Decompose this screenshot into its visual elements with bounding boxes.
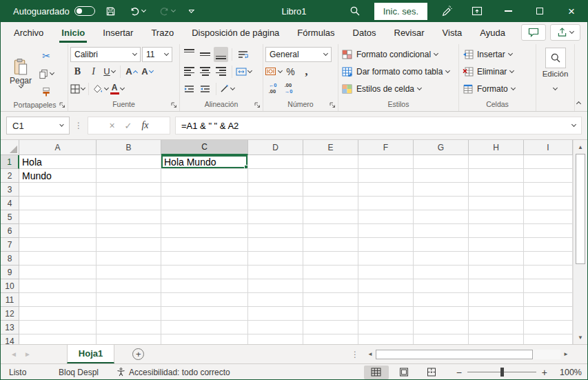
cell-b7[interactable]	[97, 238, 161, 252]
ribbon-tab-archivo[interactable]: Archivo	[5, 22, 52, 43]
horizontal-scrollbar[interactable]: ◄ ►	[365, 348, 571, 361]
cell-h4[interactable]	[469, 197, 524, 210]
cell-a1[interactable]: Hola	[19, 155, 97, 169]
cell-g9[interactable]	[414, 266, 469, 279]
column-header-h[interactable]: H	[469, 140, 524, 155]
align-bottom-button[interactable]	[214, 47, 228, 62]
scroll-up-icon[interactable]: ▲	[574, 140, 587, 154]
column-header-e[interactable]: E	[303, 140, 358, 155]
cell-f13[interactable]	[358, 321, 414, 334]
underline-button[interactable]: U	[102, 64, 116, 79]
cell-c8[interactable]	[161, 252, 248, 266]
row-header-14[interactable]: 14	[1, 334, 19, 344]
cell-d1[interactable]	[248, 155, 303, 169]
save-button[interactable]	[102, 4, 119, 19]
sheetbar-drag-dots-icon[interactable]: ⋮	[351, 350, 359, 359]
cell-a7[interactable]	[19, 238, 97, 252]
column-header-i[interactable]: I	[524, 140, 573, 155]
column-header-d[interactable]: D	[248, 140, 303, 155]
enter-button[interactable]: ✓	[125, 121, 132, 131]
ribbon-tab-ayuda[interactable]: Ayuda	[471, 22, 514, 43]
cell-i11[interactable]	[524, 293, 573, 307]
font-color-button[interactable]: A	[110, 81, 124, 97]
format-as-table-button[interactable]: Dar formato como tabla	[341, 63, 456, 80]
cell-g3[interactable]	[414, 183, 469, 197]
row-header-2[interactable]: 2	[1, 169, 19, 183]
cell-b14[interactable]	[97, 334, 161, 344]
view-page-break-button[interactable]	[419, 366, 444, 379]
row-header-8[interactable]: 8	[1, 252, 19, 266]
cell-i2[interactable]	[524, 169, 573, 183]
cell-e12[interactable]	[303, 307, 358, 321]
cell-d13[interactable]	[248, 321, 303, 334]
clipboard-dialog-launcher[interactable]	[59, 102, 66, 109]
cell-b4[interactable]	[97, 197, 161, 210]
cell-g5[interactable]	[414, 210, 469, 224]
cell-c7[interactable]	[161, 238, 248, 252]
minimize-button[interactable]	[492, 0, 524, 22]
cell-i3[interactable]	[524, 183, 573, 197]
cell-a6[interactable]	[19, 224, 97, 238]
insert-function-button[interactable]: fx	[141, 120, 148, 131]
cell-styles-button[interactable]: Estilos de celda	[341, 80, 456, 97]
cell-c5[interactable]	[161, 210, 248, 224]
bold-button[interactable]: B	[70, 64, 85, 79]
cell-a12[interactable]	[19, 307, 97, 321]
cell-c14[interactable]	[161, 334, 248, 344]
row-header-9[interactable]: 9	[1, 266, 19, 279]
next-sheet-icon[interactable]: ►	[24, 350, 31, 358]
signin-button[interactable]: Inic. ses.	[374, 3, 427, 20]
expand-formula-bar-icon[interactable]	[571, 122, 576, 127]
cell-f2[interactable]	[358, 169, 414, 183]
borders-button[interactable]	[70, 81, 85, 97]
zoom-slider-thumb[interactable]	[500, 368, 504, 377]
percent-style-button[interactable]: %	[283, 64, 298, 79]
ribbon-tab-insertar[interactable]: Insertar	[94, 22, 142, 43]
fill-handle[interactable]	[244, 165, 248, 169]
number-dialog-launcher[interactable]	[330, 102, 336, 109]
row-header-4[interactable]: 4	[1, 197, 19, 210]
cell-c2[interactable]	[161, 169, 248, 183]
cell-g14[interactable]	[414, 334, 469, 344]
vertical-scrollbar[interactable]: ▲ ▼	[573, 140, 587, 344]
row-header-12[interactable]: 12	[1, 307, 19, 321]
cell-e14[interactable]	[303, 334, 358, 344]
cell-e3[interactable]	[303, 183, 358, 197]
cell-b9[interactable]	[97, 266, 161, 279]
cell-c12[interactable]	[161, 307, 248, 321]
cell-b11[interactable]	[97, 293, 161, 307]
cell-c6[interactable]	[161, 224, 248, 238]
align-top-button[interactable]	[182, 47, 196, 62]
merge-center-button[interactable]	[236, 64, 252, 79]
horizontal-scroll-track[interactable]	[533, 350, 560, 359]
cell-i9[interactable]	[524, 266, 573, 279]
cell-i7[interactable]	[524, 238, 573, 252]
collapse-ribbon-button[interactable]	[576, 101, 581, 106]
zoom-level[interactable]: 100%	[557, 368, 582, 377]
name-box[interactable]: C1	[6, 117, 70, 134]
ribbon-tab-vista[interactable]: Vista	[434, 22, 472, 43]
cell-e13[interactable]	[303, 321, 358, 334]
cell-d6[interactable]	[248, 224, 303, 238]
cell-d2[interactable]	[248, 169, 303, 183]
cell-a5[interactable]	[19, 210, 97, 224]
cell-h8[interactable]	[469, 252, 524, 266]
cell-d4[interactable]	[248, 197, 303, 210]
cell-c10[interactable]	[161, 279, 248, 293]
accessibility-status[interactable]: Accesibilidad: todo correcto	[116, 368, 230, 377]
insert-cells-button[interactable]: Insertar	[461, 46, 534, 63]
shrink-font-button[interactable]: A	[140, 64, 154, 79]
maximize-button[interactable]	[524, 0, 556, 22]
cell-a3[interactable]	[19, 183, 97, 197]
vertical-scroll-thumb[interactable]	[576, 154, 585, 264]
cell-h13[interactable]	[469, 321, 524, 334]
cancel-button[interactable]: ×	[109, 120, 114, 131]
cell-g2[interactable]	[414, 169, 469, 183]
cell-a9[interactable]	[19, 266, 97, 279]
cut-button[interactable]: ✂	[39, 48, 54, 64]
view-normal-button[interactable]	[364, 366, 389, 379]
conditional-formatting-button[interactable]: Formato condicional	[341, 46, 456, 63]
cell-i14[interactable]	[524, 334, 573, 344]
cell-i1[interactable]	[524, 155, 573, 169]
cell-g8[interactable]	[414, 252, 469, 266]
